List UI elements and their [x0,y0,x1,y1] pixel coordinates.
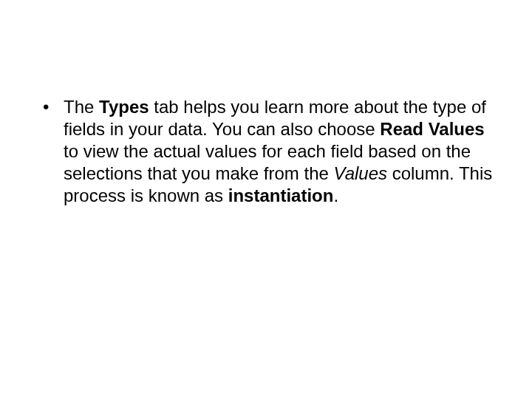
list-item: The Types tab helps you learn more about… [37,96,495,207]
text-segment: The [64,97,99,117]
values-label: Values [334,163,388,183]
instantiation-label: instantiation [228,185,334,205]
types-label: Types [99,97,149,117]
bullet-list: The Types tab helps you learn more about… [37,96,495,207]
text-segment: . [333,185,338,205]
read-values-label: Read Values [380,119,484,139]
